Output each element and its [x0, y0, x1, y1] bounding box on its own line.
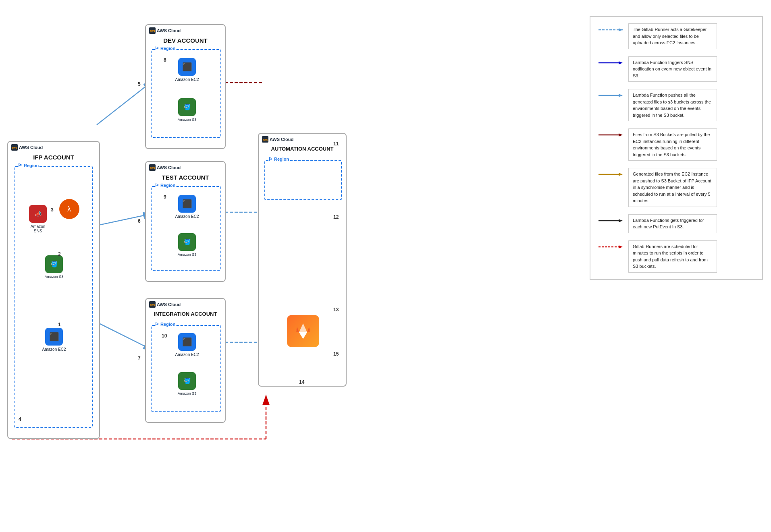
automation-account-title: AUTOMATION ACCOUNT: [259, 146, 346, 152]
legend-item-7: Gitlab-Runners are scheduled for minutes…: [599, 240, 754, 273]
ec2-label-test: Amazon EC2: [175, 214, 199, 219]
aws-logo-integration: aws: [149, 301, 156, 308]
num-11: 11: [333, 141, 339, 147]
legend-box: The Gitlab-Runner acts a Gatekeeper and …: [590, 16, 763, 280]
aws-logo-automation: aws: [262, 136, 268, 143]
num-4: 4: [19, 416, 21, 422]
gitlab-runner-automation: [287, 315, 319, 347]
svg-marker-30: [619, 61, 623, 64]
legend-item-1: The Gitlab-Runner acts a Gatekeeper and …: [599, 23, 754, 49]
legend-item-5: Generated files from the EC2 Instance ar…: [599, 168, 754, 207]
s3-icon-dev: 🪣: [178, 98, 196, 116]
ec2-icon-ifp: ⬛: [45, 328, 63, 346]
s3-service-integration: 🪣 Amazon S3: [175, 372, 199, 395]
automation-region-label: 🏳 Region: [268, 157, 289, 161]
ifp-region-label: 🏳 Region: [18, 163, 39, 168]
aws-logo-test: aws: [149, 164, 156, 171]
s3-label-dev: Amazon S3: [178, 118, 197, 122]
s3-service-ifp: 🪣 Amazon S3: [42, 255, 66, 279]
svg-line-14: [97, 322, 153, 350]
ec2-service-dev: ⬛ Amazon EC2: [175, 58, 199, 82]
sns-label: Amazon SNS: [26, 224, 50, 233]
num-1: 1: [58, 322, 61, 327]
num-15: 15: [333, 351, 339, 357]
aws-logo-dev: aws: [149, 27, 156, 34]
svg-marker-34: [619, 133, 623, 137]
ec2-label-dev: Amazon EC2: [175, 77, 199, 82]
num-12: 12: [333, 214, 339, 220]
automation-cloud-label: aws AWS Cloud: [262, 136, 293, 143]
ec2-label-integration: Amazon EC2: [175, 352, 199, 357]
s3-label-integration: Amazon S3: [178, 391, 197, 395]
legend-line-dashed-blue: [599, 25, 623, 35]
legend-line-dark-red: [599, 130, 623, 140]
svg-marker-28: [619, 28, 623, 31]
aws-logo-ifp: aws: [11, 144, 18, 151]
ec2-icon-integration: ⬛: [178, 333, 196, 351]
legend-line-black: [599, 216, 623, 226]
integration-region-label: 🏳 Region: [155, 322, 175, 327]
diagram-container: aws AWS Cloud IFP ACCOUNT 🏳 Region λ 📣 A…: [0, 0, 771, 532]
legend-item-6: Lambda Functions gets triggered for each…: [599, 214, 754, 233]
legend-item-4: Files from S3 Buckets are pulled by the …: [599, 128, 754, 161]
svg-marker-32: [619, 94, 623, 97]
ec2-service-integration: ⬛ Amazon EC2: [175, 333, 199, 357]
automation-region-box: 🏳 Region: [264, 160, 342, 200]
automation-account-box: aws AWS Cloud AUTOMATION ACCOUNT 🏳 Regio…: [258, 133, 347, 387]
gitlab-icon: [287, 315, 319, 347]
ifp-cloud-label: aws AWS Cloud: [11, 144, 43, 151]
legend-text-6: Lambda Functions gets triggered for each…: [628, 214, 717, 233]
ifp-account-title: IFP ACCOUNT: [8, 154, 99, 161]
svg-marker-38: [619, 219, 623, 222]
ec2-label-ifp: Amazon EC2: [42, 347, 66, 352]
ifp-region-box: 🏳 Region λ 📣 Amazon SNS 🪣 Amazon S3 ⬛ Am…: [14, 166, 93, 428]
ec2-service-ifp: ⬛ Amazon EC2: [42, 328, 66, 352]
legend-text-3: Lambda Function pushes all the generated…: [628, 89, 717, 121]
legend-line-dashed-red: [599, 242, 623, 252]
integration-cloud-label: aws AWS Cloud: [149, 301, 181, 308]
dev-region-label: 🏳 Region: [155, 46, 175, 51]
num-10: 10: [162, 333, 167, 339]
s3-label-test: Amazon S3: [178, 253, 197, 257]
ec2-icon-dev: ⬛: [178, 58, 196, 76]
integration-account-box: aws AWS Cloud INTEGRATION ACCOUNT 🏳 Regi…: [145, 298, 226, 423]
legend-text-5: Generated files from the EC2 Instance ar…: [628, 168, 717, 207]
svg-line-13: [97, 213, 153, 226]
lambda-icon-ifp: λ: [59, 199, 79, 219]
ifp-account-box: aws AWS Cloud IFP ACCOUNT 🏳 Region λ 📣 A…: [7, 141, 100, 439]
legend-item-3: Lambda Function pushes all the generated…: [599, 89, 754, 121]
num-5: 5: [138, 81, 141, 87]
legend-text-1: The Gitlab-Runner acts a Gatekeeper and …: [628, 23, 717, 49]
legend-line-light-blue: [599, 91, 623, 100]
svg-marker-40: [619, 245, 623, 248]
legend-text-7: Gitlab-Runners are scheduled for minutes…: [628, 240, 717, 273]
legend-item-2: Lambda Function triggers SNS notificatio…: [599, 56, 754, 82]
lambda-service-ifp: λ: [58, 199, 80, 221]
test-region-box: 🏳 Region ⬛ Amazon EC2 🪣 Amazon S3 9: [151, 186, 221, 271]
ec2-icon-test: ⬛: [178, 195, 196, 213]
num-14: 14: [299, 379, 304, 385]
num-9: 9: [164, 194, 166, 200]
num-7: 7: [138, 355, 141, 361]
svg-marker-36: [619, 173, 623, 176]
test-account-title: TEST ACCOUNT: [146, 174, 225, 181]
svg-line-12: [97, 81, 153, 125]
dev-region-box: 🏳 Region ⬛ Amazon EC2 🪣 Amazon S3 8: [151, 49, 221, 138]
legend-line-yellow: [599, 170, 623, 179]
test-account-box: aws AWS Cloud TEST ACCOUNT 🏳 Region ⬛ Am…: [145, 161, 226, 282]
s3-label-ifp: Amazon S3: [45, 275, 64, 279]
test-region-label: 🏳 Region: [155, 183, 175, 188]
s3-icon-ifp: 🪣: [45, 255, 63, 273]
integration-region-box: 🏳 Region ⬛ Amazon EC2 🪣 Amazon S3 10: [151, 325, 221, 412]
num-6: 6: [138, 218, 141, 224]
num-3: 3: [51, 207, 54, 213]
legend-line-solid-blue: [599, 58, 623, 68]
s3-icon-test: 🪣: [178, 233, 196, 251]
s3-service-dev: 🪣 Amazon S3: [175, 98, 199, 122]
dev-cloud-label: aws AWS Cloud: [149, 27, 181, 34]
num-2: 2: [58, 251, 61, 257]
s3-service-test: 🪣 Amazon S3: [175, 233, 199, 257]
legend-text-4: Files from S3 Buckets are pulled by the …: [628, 128, 717, 161]
test-cloud-label: aws AWS Cloud: [149, 164, 181, 171]
dev-account-title: DEV ACCOUNT: [146, 37, 225, 44]
